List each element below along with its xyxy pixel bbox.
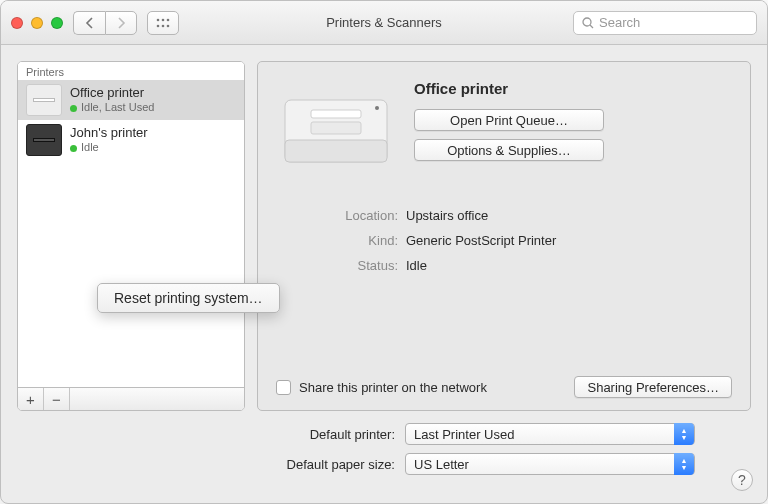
select-arrows-icon: ▲▼	[674, 453, 694, 475]
add-printer-button[interactable]: +	[18, 388, 44, 410]
default-printer-row: Default printer: Last Printer Used ▲▼	[17, 423, 735, 445]
share-row: Share this printer on the network Sharin…	[276, 364, 732, 398]
nav-buttons	[73, 11, 137, 35]
location-value: Upstairs office	[406, 208, 732, 223]
default-paper-select[interactable]: US Letter ▲▼	[405, 453, 695, 475]
sidebar-footer: + −	[18, 387, 244, 410]
svg-point-3	[157, 24, 160, 27]
svg-rect-10	[311, 110, 361, 118]
minimize-window-button[interactable]	[31, 17, 43, 29]
chevron-right-icon	[117, 17, 126, 29]
svg-point-1	[162, 18, 165, 21]
status-label: Status:	[276, 258, 406, 273]
bottom-settings: Default printer: Last Printer Used ▲▼ De…	[17, 421, 751, 475]
printer-detail-panel: Office printer Open Print Queue… Options…	[257, 61, 751, 411]
search-input[interactable]	[599, 15, 748, 30]
svg-point-0	[157, 18, 160, 21]
svg-point-12	[375, 106, 379, 110]
context-menu: Reset printing system…	[97, 283, 280, 313]
help-button[interactable]: ?	[731, 469, 753, 491]
printer-info-grid: Location: Upstairs office Kind: Generic …	[276, 208, 732, 273]
select-arrows-icon: ▲▼	[674, 423, 694, 445]
sidebar-header: Printers	[18, 62, 244, 80]
forward-button[interactable]	[105, 11, 137, 35]
sharing-preferences-button[interactable]: Sharing Preferences…	[574, 376, 732, 398]
svg-point-4	[162, 24, 165, 27]
content-area: Printers Office printer Idle, Last Used …	[1, 45, 767, 503]
printer-name: John's printer	[70, 125, 148, 141]
printer-icon	[26, 124, 62, 156]
show-all-button[interactable]	[147, 11, 179, 35]
default-paper-row: Default paper size: US Letter ▲▼	[17, 453, 735, 475]
printer-large-icon	[276, 80, 396, 180]
back-button[interactable]	[73, 11, 105, 35]
window-controls	[11, 17, 63, 29]
search-field[interactable]	[573, 11, 757, 35]
detail-top: Office printer Open Print Queue… Options…	[276, 80, 732, 180]
svg-point-5	[167, 24, 170, 27]
remove-printer-button[interactable]: −	[44, 388, 70, 410]
kind-value: Generic PostScript Printer	[406, 233, 732, 248]
svg-rect-9	[285, 140, 387, 162]
printer-status: Idle	[70, 141, 148, 155]
share-printer-checkbox[interactable]	[276, 380, 291, 395]
printers-sidebar: Printers Office printer Idle, Last Used …	[17, 61, 245, 411]
default-printer-label: Default printer:	[310, 427, 395, 442]
printer-detail-title: Office printer	[414, 80, 732, 97]
close-window-button[interactable]	[11, 17, 23, 29]
detail-right: Office printer Open Print Queue… Options…	[414, 80, 732, 180]
printer-icon	[26, 84, 62, 116]
top-row: Printers Office printer Idle, Last Used …	[17, 61, 751, 411]
svg-line-7	[590, 25, 593, 28]
default-paper-label: Default paper size:	[287, 457, 395, 472]
printer-status: Idle, Last Used	[70, 101, 154, 115]
svg-rect-11	[311, 122, 361, 134]
share-printer-label: Share this printer on the network	[299, 380, 487, 395]
zoom-window-button[interactable]	[51, 17, 63, 29]
status-value: Idle	[406, 258, 732, 273]
titlebar: Printers & Scanners	[1, 1, 767, 45]
printer-list: Office printer Idle, Last Used John's pr…	[18, 80, 244, 387]
svg-point-6	[583, 18, 591, 26]
status-dot-icon	[70, 145, 77, 152]
search-icon	[582, 17, 594, 29]
svg-point-2	[167, 18, 170, 21]
chevron-left-icon	[85, 17, 94, 29]
default-printer-select[interactable]: Last Printer Used ▲▼	[405, 423, 695, 445]
location-label: Location:	[276, 208, 406, 223]
grid-icon	[156, 18, 170, 28]
printer-list-item[interactable]: John's printer Idle	[18, 120, 244, 160]
printer-name: Office printer	[70, 85, 154, 101]
open-print-queue-button[interactable]: Open Print Queue…	[414, 109, 604, 131]
options-supplies-button[interactable]: Options & Supplies…	[414, 139, 604, 161]
status-dot-icon	[70, 105, 77, 112]
printer-list-item[interactable]: Office printer Idle, Last Used	[18, 80, 244, 120]
kind-label: Kind:	[276, 233, 406, 248]
reset-printing-system-menu-item[interactable]: Reset printing system…	[114, 290, 263, 306]
preferences-window: Printers & Scanners Printers Office prin…	[0, 0, 768, 504]
